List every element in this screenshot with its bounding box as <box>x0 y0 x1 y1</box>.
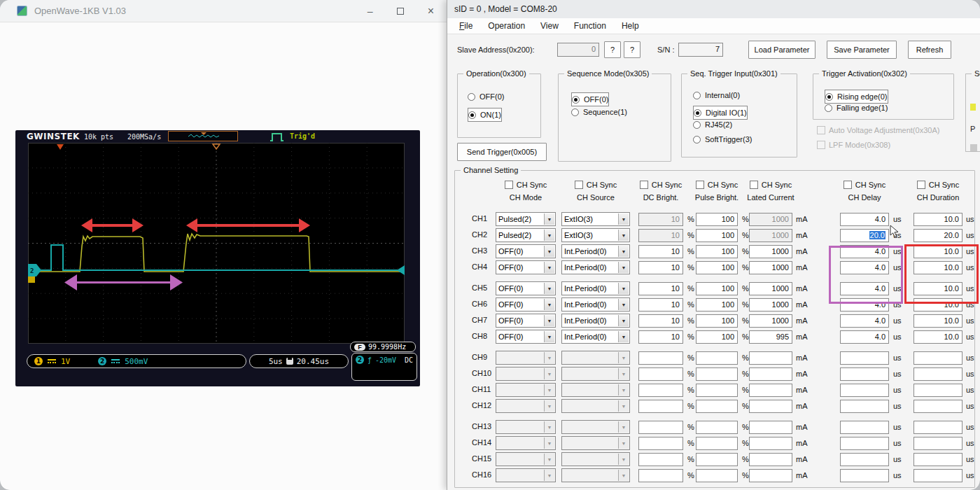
chevron-down-icon[interactable]: ▼ <box>544 421 554 433</box>
ch-source-select[interactable]: ▼ <box>561 420 630 434</box>
ch-mode-select[interactable]: ▼ <box>496 452 556 466</box>
ch-sync-checkbox-delay[interactable]: CH Sync <box>834 181 895 189</box>
sn-field[interactable]: 7 <box>678 43 723 57</box>
chevron-down-icon[interactable]: ▼ <box>544 315 554 326</box>
checkbox-box[interactable] <box>505 181 513 189</box>
ch-pulse-field[interactable]: 100 <box>696 261 738 274</box>
ch-delay-field[interactable] <box>840 351 889 365</box>
ch-delay-field[interactable] <box>840 421 889 434</box>
ch-duration-field[interactable] <box>913 469 962 482</box>
lpf-mode-checkbox[interactable]: LPF Mode(0x308) <box>817 141 890 149</box>
chevron-down-icon[interactable]: ▼ <box>618 262 629 273</box>
ch-source-select[interactable]: ExtIO(3)▼ <box>561 228 630 242</box>
chevron-down-icon[interactable]: ▼ <box>544 230 554 241</box>
ch-duration-field[interactable] <box>913 400 962 413</box>
radio-on-1-[interactable]: ON(1) <box>468 108 502 122</box>
menu-item-function[interactable]: Function <box>568 20 612 32</box>
radio-off-0-[interactable]: OFF(0) <box>468 92 504 101</box>
ch-current-field[interactable] <box>749 368 792 381</box>
ch-mode-select[interactable]: ▼ <box>496 468 556 482</box>
chevron-down-icon[interactable]: ▼ <box>618 230 629 241</box>
ch-delay-field[interactable]: 4.0 <box>840 282 889 295</box>
checkbox-box[interactable] <box>696 181 704 189</box>
help-button-2[interactable]: ? <box>624 41 640 58</box>
ch-delay-field[interactable] <box>840 469 889 482</box>
ch-dc-field[interactable]: 10 <box>638 314 683 328</box>
radio-dot[interactable] <box>693 136 701 144</box>
load-parameter-button[interactable]: Load Parameter <box>748 41 816 59</box>
ch-pulse-field[interactable]: 100 <box>696 245 738 258</box>
ch-delay-field[interactable] <box>840 384 889 397</box>
auto-voltage-checkbox-box[interactable] <box>817 126 825 134</box>
ch-delay-field[interactable] <box>840 400 889 413</box>
ch-current-field[interactable] <box>749 469 792 482</box>
ch-sync-checkbox-pulse[interactable]: CH Sync <box>690 181 743 189</box>
radio-rising-edge-0-[interactable]: Rising edge(0) <box>825 90 888 104</box>
radio-dot[interactable] <box>571 108 579 116</box>
radio-dot[interactable] <box>825 93 833 101</box>
save-parameter-button[interactable]: Save Parameter <box>827 41 897 59</box>
ch-source-select[interactable]: ▼ <box>561 367 630 381</box>
ch-dc-field[interactable]: 10 <box>638 298 683 312</box>
chevron-down-icon[interactable]: ▼ <box>618 283 629 294</box>
ch-delay-field[interactable]: 20.0 <box>840 229 889 242</box>
ch-pulse-field[interactable] <box>696 437 738 450</box>
ch-current-field[interactable]: 1000 <box>749 298 792 312</box>
chevron-down-icon[interactable]: ▼ <box>544 214 554 225</box>
ch-dc-field[interactable]: 10 <box>638 213 683 226</box>
ch-dc-field[interactable] <box>638 453 683 466</box>
menu-item-file[interactable]: File <box>453 20 479 32</box>
ch-current-field[interactable] <box>749 351 792 365</box>
ch-mode-select[interactable]: OFF(0)▼ <box>496 281 556 295</box>
ch-current-field[interactable]: 1000 <box>749 213 792 226</box>
ch-pulse-field[interactable]: 100 <box>696 330 738 344</box>
checkbox-box[interactable] <box>750 181 758 189</box>
menu-item-operation[interactable]: Operation <box>482 20 531 32</box>
chevron-down-icon[interactable]: ▼ <box>618 438 629 449</box>
ch-source-select[interactable]: ▼ <box>561 436 630 450</box>
chevron-down-icon[interactable]: ▼ <box>618 470 629 481</box>
ch-current-field[interactable]: 1000 <box>749 245 792 258</box>
ch-pulse-field[interactable]: 100 <box>696 314 738 328</box>
ch-mode-select[interactable]: ▼ <box>496 436 556 450</box>
radio-rj45-2-[interactable]: RJ45(2) <box>693 120 732 129</box>
ch-pulse-field[interactable] <box>696 400 738 413</box>
lpf-checkbox-box[interactable] <box>817 141 825 149</box>
radio-dot[interactable] <box>694 109 701 117</box>
ch-duration-field[interactable] <box>913 421 962 434</box>
help-button-1[interactable]: ? <box>604 41 621 58</box>
ch-current-field[interactable]: 1000 <box>749 261 792 274</box>
ch-delay-field[interactable] <box>840 437 889 450</box>
minimize-button[interactable]: – <box>368 6 373 16</box>
radio-dot[interactable] <box>468 111 476 119</box>
menu-item-help[interactable]: Help <box>615 20 645 32</box>
ch-mode-select[interactable]: OFF(0)▼ <box>496 330 556 344</box>
chevron-down-icon[interactable]: ▼ <box>544 400 554 412</box>
ch-source-select[interactable]: ▼ <box>561 452 630 466</box>
ch-duration-field[interactable] <box>913 368 962 381</box>
radio-dot[interactable] <box>693 92 701 99</box>
checkbox-box[interactable] <box>640 181 648 189</box>
ch-duration-field[interactable]: 10.0 <box>913 282 962 295</box>
ch-mode-select[interactable]: ▼ <box>496 367 556 381</box>
ch-source-select[interactable]: Int.Period(0)▼ <box>561 298 630 312</box>
ch-dc-field[interactable] <box>638 421 683 434</box>
chevron-down-icon[interactable]: ▼ <box>544 283 554 294</box>
chevron-down-icon[interactable]: ▼ <box>618 331 629 342</box>
ch-current-field[interactable] <box>749 421 792 434</box>
radio-dot[interactable] <box>693 121 701 129</box>
ch-duration-field[interactable] <box>913 437 962 450</box>
right-titlebar[interactable]: sID = 0 , Model = COM8-20 <box>447 0 980 18</box>
chevron-down-icon[interactable]: ▼ <box>618 214 629 225</box>
ch-pulse-field[interactable] <box>696 469 738 482</box>
ch-source-select[interactable]: ExtIO(3)▼ <box>561 212 630 226</box>
ch-sync-checkbox-current[interactable]: CH Sync <box>743 181 798 189</box>
radio-off-0-[interactable]: OFF(0) <box>571 92 609 106</box>
ch-duration-field[interactable] <box>913 351 962 365</box>
ch-source-select[interactable]: ▼ <box>561 351 630 365</box>
ch-dc-field[interactable]: 10 <box>638 245 683 258</box>
ch-current-field[interactable]: 1000 <box>749 282 792 295</box>
ch-dc-field[interactable]: 10 <box>638 330 683 344</box>
ch-current-field[interactable]: 1000 <box>749 229 792 242</box>
ch-pulse-field[interactable] <box>696 351 738 365</box>
